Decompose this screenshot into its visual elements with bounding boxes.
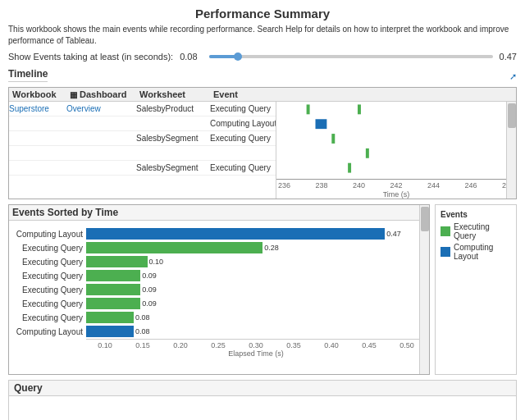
bar-label: Executing Query — [12, 313, 86, 322]
x-tick: 0.45 — [350, 341, 388, 349]
bar-label: Executing Query — [12, 244, 86, 253]
query-title: Query — [9, 381, 516, 396]
bar-container: 0.09 — [86, 298, 426, 309]
bar-row[interactable]: Computing Layout 0.47 — [12, 227, 426, 240]
x-axis: 0.10 0.15 0.20 0.25 0.30 0.35 0.40 0.45 … — [86, 341, 426, 349]
dashboard-link[interactable]: Overview — [66, 104, 101, 113]
events-scrollbar-thumb[interactable] — [421, 207, 429, 231]
page-title: Performance Summary — [8, 7, 517, 21]
bar-value: 0.47 — [386, 230, 401, 238]
bar-row[interactable]: Executing Query 0.08 — [12, 311, 426, 324]
time-tick: 238 — [315, 181, 327, 189]
bar-container: 0.47 — [86, 228, 426, 240]
time-tick: 246 — [464, 181, 477, 189]
workbook-link[interactable]: Superstore — [9, 104, 49, 113]
legend-label-computing: Computing Layout — [454, 243, 511, 261]
time-tick: 240 — [353, 181, 365, 189]
events-scrollbar[interactable] — [419, 205, 429, 374]
bar-container: 0.09 — [86, 270, 426, 281]
event-cell: Computing Layout — [210, 119, 276, 128]
event-cell: Executing Query — [210, 163, 276, 172]
svg-rect-1 — [358, 104, 361, 114]
col-dashboard: ▦ Dashboard — [70, 89, 139, 99]
timeline-chart: 236 238 240 242 244 246 248 Time (s) — [276, 102, 516, 199]
bar-value: 0.09 — [142, 299, 157, 308]
table-row — [9, 146, 276, 161]
svg-rect-4 — [366, 148, 369, 158]
slider-thumb[interactable] — [234, 52, 242, 61]
svg-rect-3 — [331, 134, 335, 144]
x-tick: 0.30 — [237, 341, 275, 349]
bar-row[interactable]: Executing Query 0.28 — [12, 241, 426, 254]
table-row: SalesbySegment Executing Query — [9, 161, 276, 176]
events-sorted-title: Events Sorted by Time — [9, 205, 429, 221]
event-cell: Executing Query — [210, 134, 276, 143]
timeline-header: Workbook ▦ Dashboard Worksheet Event — [9, 88, 516, 102]
dashboard-icon: ▦ — [70, 90, 77, 99]
x-tick: 0.15 — [124, 341, 162, 349]
bar-value: 0.28 — [264, 244, 279, 252]
col-event: Event — [213, 89, 279, 99]
query-section: Query — [8, 380, 517, 420]
bar-row[interactable]: Executing Query 0.10 — [12, 255, 426, 268]
external-link-icon[interactable]: ➚ — [509, 71, 517, 82]
timeline-container: Workbook ▦ Dashboard Worksheet Event Sup… — [8, 87, 517, 199]
timeline-svg — [276, 102, 516, 177]
time-axis: 236 238 240 242 244 246 248 — [276, 179, 516, 189]
events-legend: Events Executing Query Computing Layout — [435, 204, 517, 375]
slider-track[interactable] — [209, 55, 492, 58]
bar-label: Computing Layout — [12, 327, 86, 336]
bar-container: 0.08 — [86, 326, 426, 337]
worksheet-cell: SalesbyProduct — [136, 104, 210, 113]
x-tick: 0.40 — [313, 341, 350, 349]
bar-container: 0.09 — [86, 284, 426, 295]
bar-row[interactable]: Executing Query 0.09 — [12, 297, 426, 310]
bar-label: Computing Layout — [12, 230, 86, 239]
bar-row[interactable]: Computing Layout 0.08 — [12, 325, 426, 338]
query-body[interactable] — [9, 396, 516, 420]
bar-label: Executing Query — [12, 299, 86, 308]
bar-fill — [86, 326, 134, 337]
description: This workbook shows the main events whil… — [8, 24, 517, 47]
x-tick: 0.25 — [199, 341, 237, 349]
col-workbook: Workbook — [12, 89, 70, 99]
bar-value: 0.09 — [142, 272, 157, 280]
timeline-left-cols: Superstore Overview SalesbyProduct Execu… — [9, 102, 276, 199]
bar-container: 0.08 — [86, 312, 426, 323]
legend-label-executing: Executing Query — [454, 222, 511, 240]
svg-rect-2 — [316, 119, 327, 129]
bar-row[interactable]: Executing Query 0.09 — [12, 283, 426, 296]
timeline-scrollbar[interactable] — [506, 102, 516, 199]
scrollbar-thumb[interactable] — [508, 103, 516, 128]
bar-fill — [86, 256, 148, 267]
time-tick: 242 — [390, 181, 402, 189]
slider-row: Show Events taking at least (in seconds)… — [8, 52, 517, 62]
table-row[interactable]: SalesbySegment Executing Query — [9, 131, 276, 146]
time-tick: 236 — [278, 181, 290, 189]
bar-fill — [86, 242, 262, 253]
table-row[interactable]: Superstore Overview SalesbyProduct Execu… — [9, 102, 276, 116]
bar-row[interactable]: Executing Query 0.09 — [12, 269, 426, 282]
worksheet-cell: SalesbySegment — [136, 163, 210, 172]
slider-value: 0.08 — [180, 52, 203, 62]
x-tick: 0.20 — [162, 341, 199, 349]
bar-fill — [86, 312, 134, 323]
bar-value: 0.10 — [149, 258, 164, 266]
timeline-title: Timeline — [8, 68, 48, 82]
table-row[interactable]: Computing Layout — [9, 116, 276, 131]
legend-color-executing — [441, 226, 450, 236]
x-axis-label: Elapsed Time (s) — [86, 349, 426, 358]
legend-item: Executing Query — [441, 222, 511, 240]
svg-rect-5 — [348, 163, 351, 173]
bar-container: 0.10 — [86, 256, 426, 267]
slider-label: Show Events taking at least (in seconds)… — [8, 52, 173, 62]
events-section: Events Sorted by Time Computing Layout 0… — [8, 204, 517, 375]
x-tick: 0.10 — [86, 341, 124, 349]
slider-max: 0.47 — [500, 52, 517, 62]
bar-value: 0.08 — [135, 327, 150, 336]
legend-title: Events — [441, 210, 511, 219]
col-chart-area — [279, 89, 513, 99]
legend-color-computing — [441, 247, 450, 257]
bar-fill — [86, 284, 140, 295]
bar-label: Executing Query — [12, 258, 86, 267]
